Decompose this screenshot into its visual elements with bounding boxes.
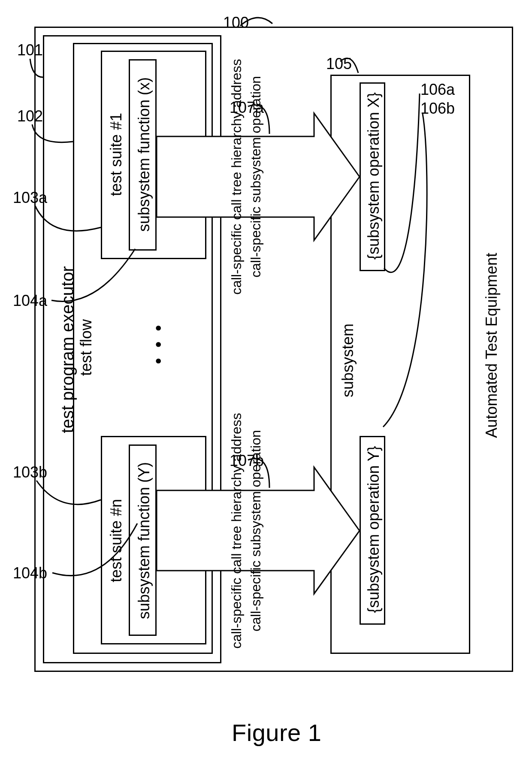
ref-107b: 107b xyxy=(230,452,264,470)
arrow-b-text1: call-specific call tree hierarchy addres… xyxy=(229,393,246,668)
func-y-title: subsystem function (Y) xyxy=(135,453,152,629)
func-x-title: subsystem function (x) xyxy=(135,67,152,242)
testflow-title: test flow xyxy=(77,309,94,386)
suite-n-title: test suite #n xyxy=(107,489,124,592)
ref-100: 100 xyxy=(223,14,249,32)
figure-caption: Figure 1 xyxy=(232,719,321,747)
ref-106b: 106b xyxy=(420,100,455,118)
ref-102: 102 xyxy=(17,107,43,125)
ref-104a: 104a xyxy=(13,292,47,310)
arrow-a-text1: call-specific call tree hierarchy addres… xyxy=(229,39,246,314)
op-x-title: {subsystem operation X} xyxy=(365,88,382,264)
arrow-b-text2: call-specific subsystem operation xyxy=(248,393,265,668)
outer-title: Automated Test Equipment xyxy=(483,238,504,453)
ref-105: 105 xyxy=(326,55,352,73)
suite-ellipsis: • • • xyxy=(148,317,165,369)
ref-106a: 106a xyxy=(420,81,455,99)
op-y-title: {subsystem operation Y} xyxy=(365,441,382,617)
ref-103b: 103b xyxy=(13,463,47,481)
arrow-a-text2: call-specific subsystem operation xyxy=(248,39,265,314)
suite-1-title: test suite #1 xyxy=(107,103,124,206)
ref-107a: 107a xyxy=(230,99,264,117)
ref-101: 101 xyxy=(17,41,43,59)
ref-104b: 104b xyxy=(13,564,47,582)
ref-103a: 103a xyxy=(13,189,47,207)
subsystem-title: subsystem xyxy=(339,313,356,408)
